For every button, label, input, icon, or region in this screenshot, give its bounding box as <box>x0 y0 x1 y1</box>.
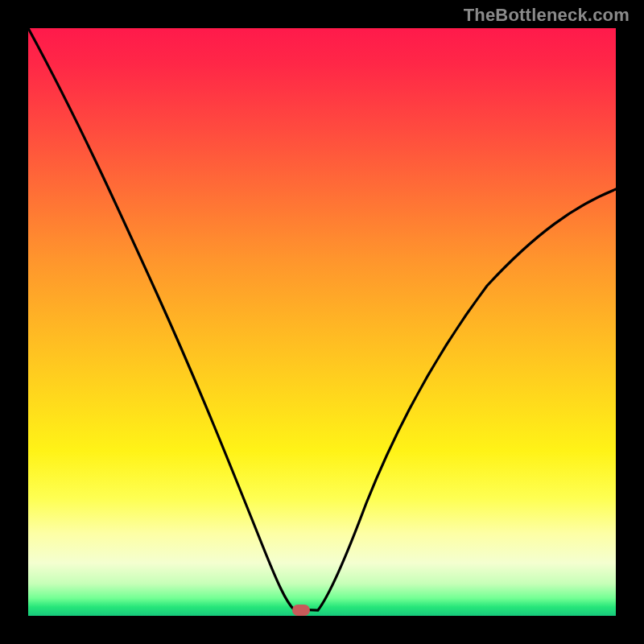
curve-path <box>28 28 616 610</box>
plot-area <box>28 28 616 616</box>
chart-frame: TheBottleneck.com <box>0 0 644 644</box>
bottleneck-curve <box>28 28 616 616</box>
watermark-text: TheBottleneck.com <box>464 5 630 26</box>
minimum-marker <box>292 605 310 616</box>
